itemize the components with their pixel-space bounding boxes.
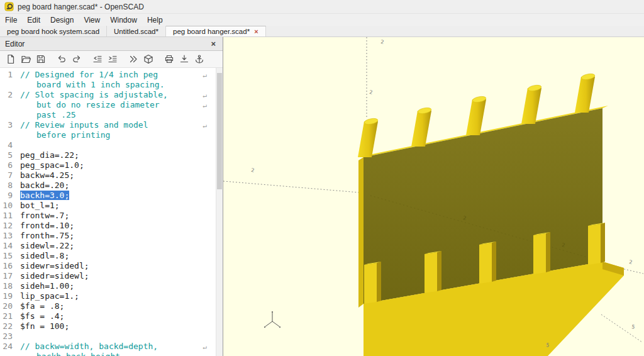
code-span: frontd=.10;	[20, 221, 74, 230]
menu-item-edit[interactable]: Edit	[22, 15, 45, 25]
code-text: backw=4.25;	[17, 170, 216, 181]
tab-label: Untitled.scad*	[114, 28, 158, 35]
code-line[interactable]: 21$fs = .4;	[0, 311, 216, 321]
code-row: before printing	[20, 130, 206, 140]
print-icon	[164, 54, 174, 64]
code-row: but do no resize diameter↵	[20, 100, 206, 110]
editor-panel-title: Editor	[5, 40, 209, 48]
code-span: board with 1 inch spacing.	[36, 80, 165, 89]
redo-icon	[72, 54, 82, 64]
line-number: 19	[0, 291, 17, 301]
code-line[interactable]: 10bot_l=1;	[0, 201, 216, 211]
menu-item-window[interactable]: Window	[105, 15, 142, 25]
preview-icon	[128, 54, 138, 64]
unindent-button[interactable]	[90, 52, 104, 67]
code-text: lip_spac=1.;	[17, 291, 216, 301]
line-number: 9	[0, 191, 17, 201]
code-line[interactable]: 23	[0, 331, 216, 342]
undo-button[interactable]	[54, 52, 69, 67]
save-file-button[interactable]	[33, 52, 48, 67]
line-number: 11	[0, 211, 17, 221]
title-bar[interactable]: peg board hanger.scad* - OpenSCAD	[0, 0, 644, 14]
preview-button[interactable]	[126, 52, 140, 67]
code-text: // Slot spacing is adjustable,↵but do no…	[17, 90, 216, 120]
code-line[interactable]: 11frontw=.7;	[0, 211, 216, 221]
wrap-indicator-icon: ↵	[203, 91, 207, 101]
line-number: 8	[0, 181, 17, 191]
code-line[interactable]: 18sideh=1.00;	[0, 281, 216, 291]
line-number: 10	[0, 201, 17, 211]
code-line[interactable]: 14sidewl=.22;	[0, 241, 216, 251]
code-editor[interactable]: 1// Designed for 1/4 inch peg↵board with…	[0, 68, 223, 356]
code-line[interactable]: 4	[0, 140, 216, 150]
editor-panel-close-icon[interactable]: ×	[209, 39, 218, 48]
indent-button[interactable]	[105, 52, 119, 67]
code-line[interactable]: 1// Designed for 1/4 inch peg↵board with…	[0, 70, 216, 90]
code-line[interactable]: 24// backw=width, backd=depth,↵backh=bac…	[0, 342, 216, 356]
code-line[interactable]: 13fronth=.75;	[0, 231, 216, 241]
export-stl-button[interactable]	[177, 52, 191, 67]
new-file-button[interactable]	[3, 52, 18, 67]
open-file-button[interactable]	[18, 52, 33, 67]
code-line[interactable]: 8backd=.20;	[0, 181, 216, 191]
code-line[interactable]: 19lip_spac=1.;	[0, 291, 216, 301]
code-row: lip_spac=1.;	[20, 291, 206, 301]
code-line[interactable]: 20$fa = .8;	[0, 301, 216, 311]
unindent-icon	[92, 54, 103, 64]
model-peg-board-hanger	[358, 73, 624, 356]
tab-peg-board-hook-system-scad[interactable]: peg board hook system.scad	[0, 26, 107, 36]
code-line[interactable]: 15sidedl=.8;	[0, 251, 216, 261]
code-line[interactable]: 5peg_dia=.22;	[0, 150, 216, 160]
menu-item-design[interactable]: Design	[45, 15, 79, 25]
code-area[interactable]: 1// Designed for 1/4 inch peg↵board with…	[0, 68, 216, 356]
line-number: 17	[0, 271, 17, 281]
code-line[interactable]: 6peg_spac=1.0;	[0, 160, 216, 170]
code-line[interactable]: 9backh=3.0;	[0, 191, 216, 201]
viewport-3d[interactable]: 22222255	[223, 37, 644, 356]
code-text: sidedr=sidewl;	[17, 271, 216, 281]
code-line[interactable]: 12frontd=.10;	[0, 221, 216, 231]
code-row	[20, 140, 206, 150]
code-span: sidedl=.8;	[20, 251, 69, 260]
code-row: // Designed for 1/4 inch peg↵	[20, 70, 206, 80]
code-row: sidewl=.22;	[20, 241, 206, 251]
anchor-button[interactable]	[192, 52, 206, 67]
redo-button[interactable]	[69, 52, 84, 67]
code-span: // backw=width, backd=depth,	[20, 342, 158, 351]
code-text: backd=.20;	[17, 181, 216, 191]
editor-scrollbar[interactable]	[216, 68, 223, 356]
menu-item-file[interactable]: File	[0, 15, 22, 25]
main-area: Editor × 1// Designed for 1/4 inch peg↵b…	[0, 37, 644, 356]
render-button[interactable]	[141, 52, 155, 67]
menu-item-view[interactable]: View	[79, 15, 105, 25]
code-row: fronth=.75;	[20, 231, 206, 241]
line-number: 22	[0, 321, 17, 331]
code-row: // Review inputs and model↵	[20, 120, 206, 130]
tab-close-icon[interactable]: ×	[254, 28, 258, 35]
line-number: 5	[0, 150, 17, 160]
scrollbar-thumb[interactable]	[217, 73, 222, 189]
tab-peg-board-hanger-scad[interactable]: peg board hanger.scad*×	[166, 26, 266, 36]
code-text: $fa = .8;	[17, 301, 216, 311]
code-line[interactable]: 17sidedr=sidewl;	[0, 271, 216, 281]
code-span: sidewl=.22;	[20, 241, 74, 250]
tab-untitled-scad[interactable]: Untitled.scad*	[107, 26, 166, 36]
line-number: 23	[0, 331, 17, 342]
code-line[interactable]: 3// Review inputs and model↵before print…	[0, 120, 216, 140]
viewport-3d-canvas[interactable]: 22222255	[223, 37, 643, 356]
axis-indicator	[264, 311, 280, 328]
indent-icon	[108, 54, 118, 64]
code-line[interactable]: 7backw=4.25;	[0, 170, 216, 181]
menu-item-help[interactable]: Help	[142, 15, 168, 25]
export-stl-icon	[179, 54, 189, 64]
code-row: sideh=1.00;	[20, 281, 206, 291]
code-line[interactable]: 2// Slot spacing is adjustable,↵but do n…	[0, 90, 216, 120]
save-file-icon	[36, 54, 46, 64]
code-line[interactable]: 16sidewr=sidedl;	[0, 261, 216, 271]
code-line[interactable]: 22$fn = 100;	[0, 321, 216, 331]
axis-tick-label: 2	[380, 39, 384, 45]
print-button[interactable]	[162, 52, 176, 67]
code-row: // backw=width, backd=depth,↵	[20, 342, 206, 352]
code-row: sidewr=sidedl;	[20, 261, 206, 271]
editor-panel-header[interactable]: Editor ×	[0, 37, 223, 51]
